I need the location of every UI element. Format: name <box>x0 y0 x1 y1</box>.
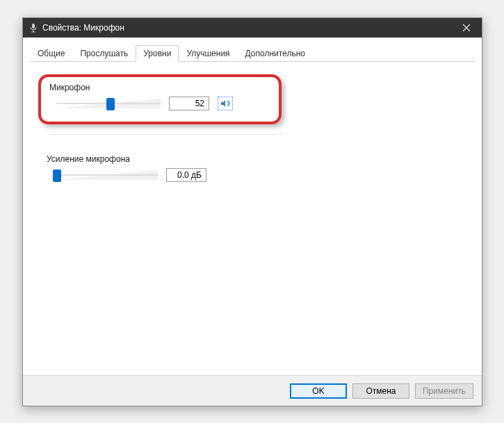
mute-button[interactable] <box>218 97 233 110</box>
titlebar: Свойства: Микрофон <box>23 18 482 38</box>
microphone-icon <box>29 23 38 33</box>
speaker-icon <box>220 99 230 108</box>
properties-dialog: Свойства: Микрофон Общие Прослушать Уров… <box>22 17 482 406</box>
dialog-buttons: OK Отмена Применить <box>23 375 482 406</box>
tab-levels[interactable]: Уровни <box>136 45 179 62</box>
tab-enhancements[interactable]: Улучшения <box>179 45 237 62</box>
cancel-button[interactable]: Отмена <box>352 383 409 399</box>
microphone-slider-thumb[interactable] <box>106 98 115 110</box>
boost-slider[interactable] <box>54 168 158 182</box>
boost-slider-thumb[interactable] <box>53 169 61 182</box>
boost-value: 0.0 дБ <box>166 168 206 182</box>
microphone-label: Микрофон <box>49 83 270 92</box>
boost-label: Усиление микрофона <box>47 154 273 164</box>
microphone-boost-group: Усиление микрофона 0.0 дБ <box>38 154 282 182</box>
close-button[interactable] <box>450 18 482 38</box>
tabs: Общие Прослушать Уровни Улучшения Дополн… <box>30 44 475 62</box>
apply-button[interactable]: Применить <box>415 383 473 399</box>
tab-content: Микрофон 52 Усиление микр <box>23 62 482 194</box>
microphone-level-group: Микрофон 52 <box>38 74 282 124</box>
svg-marker-5 <box>221 100 225 107</box>
boost-slider-row: 0.0 дБ <box>47 168 273 182</box>
close-icon <box>463 24 470 31</box>
divider <box>47 134 283 135</box>
microphone-slider-row: 52 <box>49 97 270 110</box>
tab-advanced[interactable]: Дополнительно <box>238 45 313 62</box>
window-title: Свойства: Микрофон <box>42 23 124 33</box>
tab-general[interactable]: Общие <box>30 45 72 62</box>
svg-rect-0 <box>32 24 35 28</box>
microphone-value: 52 <box>169 97 209 110</box>
ok-button[interactable]: OK <box>290 383 347 399</box>
tab-listen[interactable]: Прослушать <box>72 45 136 62</box>
microphone-slider[interactable] <box>56 97 161 110</box>
